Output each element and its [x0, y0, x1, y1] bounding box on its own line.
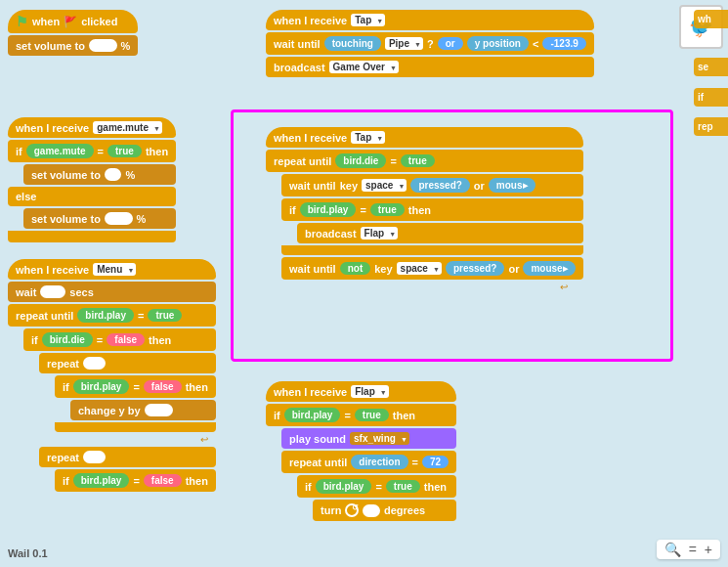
hundred-val: 100	[105, 212, 133, 225]
if-bird-play-false[interactable]: if bird.play = false then	[55, 375, 216, 398]
zoom-out-button[interactable]: 🔍	[663, 542, 683, 557]
or-val: or	[438, 37, 463, 50]
bird-play-f: bird.play	[73, 379, 130, 394]
play-sound[interactable]: play sound sfx_wing	[281, 428, 456, 449]
pressed-val1: pressed?	[410, 178, 469, 193]
set-vol-label: set volume to	[16, 40, 85, 52]
game-mute-var: game.mute	[26, 144, 94, 158]
wait-01[interactable]: wait 0.1 secs	[8, 282, 216, 302]
set-vol-0[interactable]: set volume to 0 %	[23, 164, 176, 185]
wait-not-key[interactable]: wait until not key space pressed? or mou…	[281, 257, 583, 280]
right-partial-block1: wh	[694, 10, 728, 28]
bird-play-f2: bird.play	[73, 473, 130, 488]
right-if: if	[698, 92, 724, 103]
y-val: -123.9	[542, 37, 585, 50]
right-wh: wh	[698, 14, 724, 24]
when-clicked-hat[interactable]: ⚑ when 🚩 clicked	[8, 10, 138, 33]
if-close1	[55, 422, 216, 432]
broadcast-flap[interactable]: broadcast Flap	[297, 223, 583, 243]
bird-play-dir: bird.play	[316, 479, 372, 494]
if-body-mute: set volume to 0 %	[8, 164, 176, 185]
direction-val: direction	[351, 455, 407, 469]
set-volume-100[interactable]: set volume to 100 %	[8, 35, 138, 56]
wait-val: 0.1	[40, 285, 65, 298]
mouse-val1: mous▸	[489, 178, 535, 193]
flap-script: when I receive Flap if bird.play = true …	[266, 381, 456, 521]
repeat-die-body: wait until key space pressed? or mous▸ i…	[266, 174, 583, 280]
if-close	[8, 231, 176, 242]
wait-until-touching[interactable]: wait until touching Pipe ? or y position…	[266, 32, 594, 55]
change-y[interactable]: change y by -0.5	[70, 400, 216, 420]
receive-game-mute-hat[interactable]: when I receive game.mute	[8, 117, 176, 138]
dir-72: 72	[422, 456, 449, 468]
if-bird-die[interactable]: if bird.die = false then	[23, 328, 216, 351]
wait-key-space[interactable]: wait until key space pressed? or mous▸	[281, 174, 583, 196]
zero-val: 0	[105, 168, 122, 181]
tap-dropdown1[interactable]: Tap	[351, 14, 385, 26]
gameover-dropdown[interactable]: Game Over	[329, 61, 399, 73]
if-close2	[281, 245, 583, 255]
false-val: false	[107, 333, 145, 346]
if-flap-play[interactable]: if bird.play = true then	[266, 404, 456, 426]
flap-dropdown[interactable]: Flap	[361, 227, 399, 240]
false-v2: false	[144, 380, 182, 393]
when-clicked-script: ⚑ when 🚩 clicked set volume to 100 %	[8, 10, 138, 56]
repeat-until-birdplay[interactable]: repeat until bird.play = true	[8, 304, 216, 327]
if-game-mute[interactable]: if game.mute = true then	[8, 140, 176, 162]
tap-dropdown2[interactable]: Tap	[351, 131, 385, 144]
else-block[interactable]: else	[8, 187, 176, 206]
not-val: not	[340, 262, 371, 275]
true-r: true	[148, 309, 182, 322]
bird-play-flap: bird.play	[284, 408, 341, 422]
clicked-label: clicked	[81, 16, 117, 27]
zoom-in-button[interactable]: +	[703, 542, 714, 557]
tap-script2: when I receive Tap repeat until bird.die…	[266, 127, 583, 292]
receive-tap-hat2[interactable]: when I receive Tap	[266, 127, 583, 148]
game-mute-dropdown[interactable]: game.mute	[93, 121, 162, 134]
pipe-dropdown[interactable]: Pipe	[385, 37, 423, 50]
if-bird-play-false2[interactable]: if bird.play = false then	[55, 469, 216, 492]
if-bird-play-true[interactable]: if bird.play = true then	[281, 198, 583, 221]
if-die-body: repeat 10 if bird.play = false then chan…	[23, 353, 216, 492]
y-pos-block: y position	[467, 36, 529, 51]
bird-die-var: bird.die	[42, 332, 93, 347]
tap-script1: when I receive Tap wait until touching P…	[266, 10, 594, 77]
menu-script: when I receive Menu wait 0.1 secs repeat…	[8, 259, 216, 492]
neg05: -0.5	[145, 404, 173, 416]
receive-tap-hat1[interactable]: when I receive Tap	[266, 10, 594, 30]
repeat-direction[interactable]: repeat until direction = 72	[281, 451, 456, 473]
ten-a: 10	[83, 357, 106, 370]
flap-dropdown2[interactable]: Flap	[351, 385, 389, 398]
if-dir-play[interactable]: if bird.play = true then	[297, 475, 456, 498]
repeat10-body: if bird.play = false then change y by -0…	[39, 375, 216, 432]
repeat-until-die[interactable]: repeat until bird.die = true	[266, 150, 583, 172]
true-v2: true	[401, 154, 435, 167]
space-dropdown1[interactable]: space	[362, 179, 407, 192]
receive-flap-hat[interactable]: when I receive Flap	[266, 381, 456, 402]
right-partial-block2: se	[694, 58, 728, 76]
zoom-reset-button[interactable]: =	[687, 542, 699, 557]
false-v3: false	[144, 474, 182, 487]
wail-label: Wail 0.1	[8, 547, 48, 559]
broadcast-gameover[interactable]: broadcast Game Over	[266, 57, 594, 77]
true-v3: true	[370, 203, 405, 216]
bird-die-var2: bird.die	[335, 153, 386, 168]
receive-menu-hat[interactable]: when I receive Menu	[8, 259, 216, 280]
true-flap: true	[355, 409, 389, 421]
right-rep: rep	[698, 121, 724, 132]
when-label: when	[32, 16, 60, 27]
space-dropdown2[interactable]: space	[397, 262, 442, 275]
set-vol-100b[interactable]: set volume to 100 %	[23, 208, 176, 229]
right-se: se	[698, 62, 724, 72]
game-mute-script: when I receive game.mute if game.mute = …	[8, 117, 176, 242]
sfx-dropdown[interactable]: sfx_wing	[350, 432, 409, 445]
ten-b: 10	[83, 451, 106, 463]
vol-value: 100	[89, 39, 117, 52]
turn-degrees[interactable]: turn ↺ 9 degrees	[313, 500, 456, 521]
touching-block: touching	[324, 36, 381, 51]
repeat-10a[interactable]: repeat 10	[39, 353, 216, 373]
menu-dropdown[interactable]: Menu	[93, 263, 136, 276]
repeat-10b[interactable]: repeat 10	[39, 447, 216, 467]
deg-val: 9	[363, 504, 380, 517]
pressed-val2: pressed?	[446, 261, 504, 276]
